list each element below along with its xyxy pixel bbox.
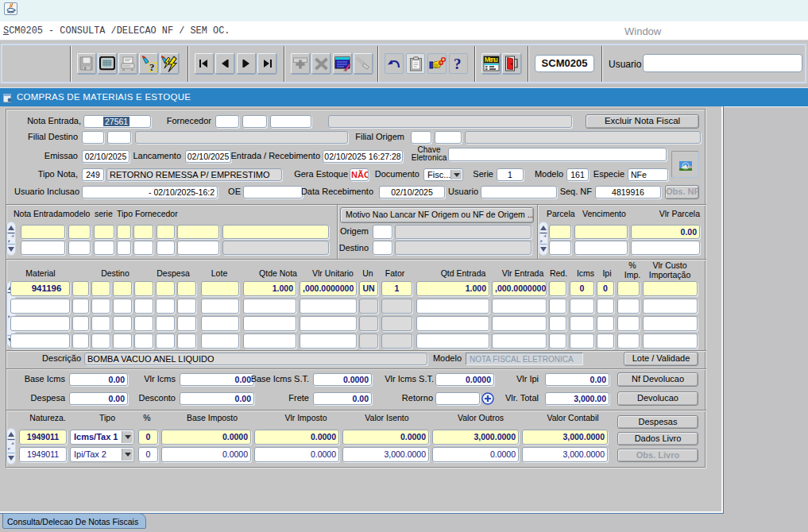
svg-text:?: ?: [149, 61, 155, 72]
svg-text:Menu: Menu: [484, 56, 497, 64]
svg-text:?: ?: [454, 56, 462, 71]
